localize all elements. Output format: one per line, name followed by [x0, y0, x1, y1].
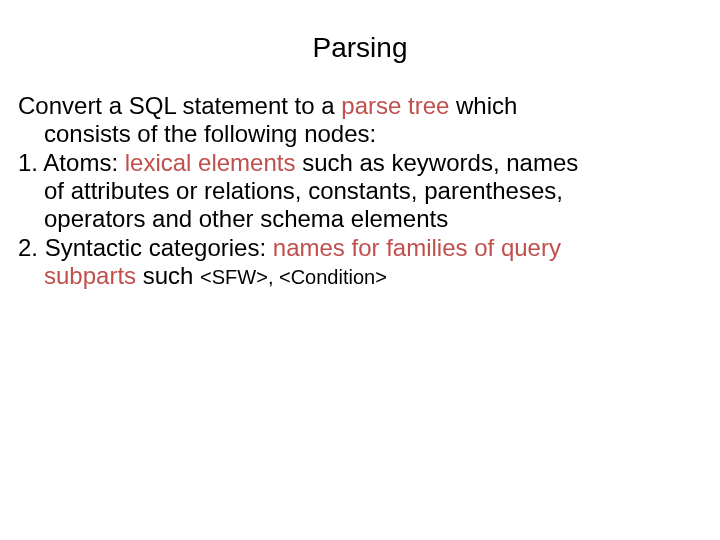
item-2-line-1: 2. Syntactic categories: names for famil… [18, 234, 702, 262]
item-2-label: Syntactic categories: [45, 234, 273, 261]
item-1-number: 1. [18, 149, 43, 176]
item-2-accent-2: subparts [44, 262, 136, 289]
item-1-accent: lexical elements [125, 149, 296, 176]
item-2-number: 2. [18, 234, 45, 261]
intro-line-2: consists of the following nodes: [18, 120, 702, 148]
intro-line-1: Convert a SQL statement to a parse tree … [18, 92, 702, 120]
item-2-small: <SFW>, <Condition> [200, 266, 387, 288]
item-1-line-1: 1. Atoms: lexical elements such as keywo… [18, 149, 702, 177]
slide: Parsing Convert a SQL statement to a par… [0, 0, 720, 540]
item-2-accent-1: names for families of query [273, 234, 561, 261]
intro-pre: Convert a SQL statement to a [18, 92, 341, 119]
intro-post: which [449, 92, 517, 119]
item-1-rest-1: such as keywords, names [295, 149, 578, 176]
slide-title: Parsing [18, 0, 702, 92]
intro-accent: parse tree [341, 92, 449, 119]
item-1-line-3: operators and other schema elements [18, 205, 702, 233]
slide-body: Convert a SQL statement to a parse tree … [18, 92, 702, 290]
item-1-label: Atoms: [43, 149, 124, 176]
item-1-line-2: of attributes or relations, constants, p… [18, 177, 702, 205]
item-2-line-2: subparts such <SFW>, <Condition> [18, 262, 702, 290]
item-2-mid: such [136, 262, 200, 289]
